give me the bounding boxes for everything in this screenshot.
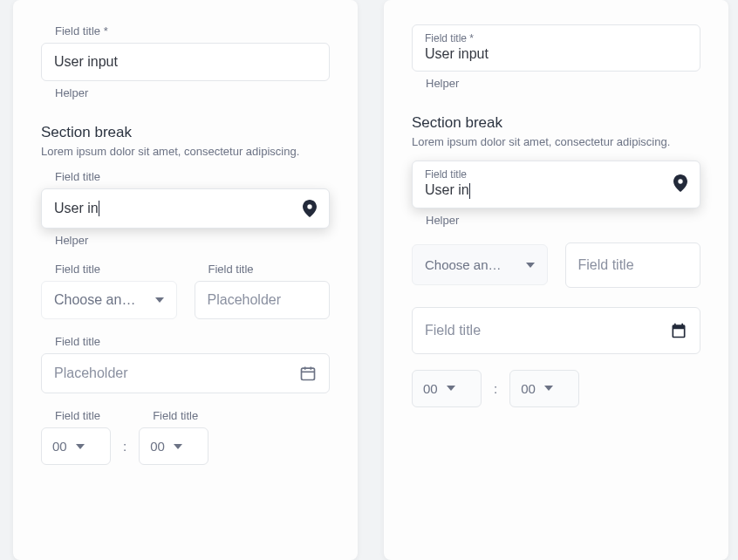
- location-input[interactable]: User in: [41, 188, 330, 229]
- dropdown-select[interactable]: Choose an…: [412, 244, 548, 285]
- date-field: Field title: [412, 307, 700, 354]
- chevron-down-icon: [447, 386, 455, 391]
- section-break: Section break Lorem ipsum dolor sit amet…: [412, 114, 700, 148]
- time-value: 00: [52, 439, 67, 454]
- dropdown-value: Choose an…: [54, 292, 135, 308]
- field-label: Field title *: [41, 24, 330, 38]
- text-input[interactable]: User input: [41, 43, 330, 81]
- section-description: Lorem ipsum dolor sit amet, consectetur …: [412, 135, 700, 148]
- helper-text: Helper: [412, 77, 700, 90]
- section-title: Section break: [412, 114, 700, 132]
- time-hour-select[interactable]: 00: [412, 370, 482, 407]
- time-minute-field: Field title 00: [139, 409, 208, 465]
- text-caret: [99, 201, 99, 216]
- location-pin-icon: [673, 174, 687, 192]
- date-field: Field title Placeholder: [41, 335, 330, 393]
- time-value: 00: [423, 381, 438, 396]
- field-group-1: Field title * User input Helper: [41, 24, 330, 99]
- row-dropdown-text: Field title Choose an… Field title Place…: [41, 263, 330, 319]
- field-label: Field title: [41, 409, 111, 422]
- section-break: Section break Lorem ipsum dolor sit amet…: [41, 124, 330, 158]
- text-input[interactable]: Placeholder: [195, 281, 331, 319]
- field-label: Field title: [41, 263, 177, 276]
- date-input[interactable]: Field title: [412, 307, 700, 354]
- chevron-down-icon: [155, 297, 164, 303]
- dropdown-select[interactable]: Choose an…: [41, 281, 177, 319]
- helper-text: Helper: [41, 234, 330, 247]
- time-value: 00: [521, 381, 536, 396]
- section-title: Section break: [41, 124, 330, 141]
- field-label: Field title: [139, 409, 208, 422]
- input-placeholder: Placeholder: [208, 292, 282, 308]
- field-label: Field title: [425, 168, 470, 181]
- chevron-down-icon: [526, 263, 535, 268]
- chevron-down-icon: [76, 444, 85, 449]
- form-card-left: Field title * User input Helper Section …: [13, 0, 358, 560]
- text-caret: [469, 183, 470, 199]
- chevron-down-icon: [174, 444, 182, 449]
- form-card-right: Field title * User input Helper Section …: [384, 0, 728, 560]
- time-hour-field: Field title 00: [41, 409, 111, 465]
- time-minute-select[interactable]: 00: [139, 427, 208, 465]
- time-row: 00 : 00: [412, 370, 700, 407]
- section-description: Lorem ipsum dolor sit amet, consectetur …: [41, 145, 330, 158]
- time-row: Field title 00 : Field title 00: [41, 409, 330, 465]
- field-group-1: Field title * User input Helper: [412, 24, 700, 90]
- location-input[interactable]: Field title User in: [412, 160, 700, 208]
- input-placeholder: Field title: [578, 257, 634, 273]
- field-group-location: Field title User in Helper: [412, 160, 700, 227]
- svg-rect-0: [302, 368, 315, 379]
- time-separator: :: [494, 381, 497, 396]
- input-placeholder: Placeholder: [54, 365, 128, 381]
- input-value: User input: [425, 46, 687, 62]
- input-value: User in: [54, 201, 99, 217]
- chevron-down-icon: [544, 386, 553, 391]
- helper-text: Helper: [41, 86, 330, 99]
- time-separator: :: [123, 439, 126, 454]
- field-label: Field title *: [425, 32, 687, 44]
- input-placeholder: Field title: [425, 323, 481, 338]
- time-value: 00: [150, 439, 165, 454]
- date-input[interactable]: Placeholder: [41, 353, 330, 393]
- text-field: Field title Placeholder: [195, 263, 331, 319]
- text-input[interactable]: Field title: [565, 242, 701, 288]
- dropdown-field: Field title Choose an…: [41, 263, 177, 319]
- time-hour-select[interactable]: 00: [41, 427, 111, 465]
- calendar-icon: [299, 365, 317, 382]
- location-pin-icon: [303, 200, 317, 217]
- calendar-icon: [670, 322, 687, 339]
- field-group-location: Field title User in Helper: [41, 170, 330, 247]
- input-value: User in: [425, 182, 470, 199]
- time-minute-select[interactable]: 00: [509, 370, 579, 407]
- input-value: User input: [54, 54, 118, 70]
- field-label: Field title: [41, 335, 330, 348]
- field-label: Field title: [195, 263, 331, 276]
- field-label: Field title: [41, 170, 330, 183]
- helper-text: Helper: [412, 214, 700, 227]
- dropdown-value: Choose an…: [425, 257, 502, 272]
- row-dropdown-text: Choose an… Field title: [412, 242, 700, 288]
- text-input[interactable]: Field title * User input: [412, 24, 700, 72]
